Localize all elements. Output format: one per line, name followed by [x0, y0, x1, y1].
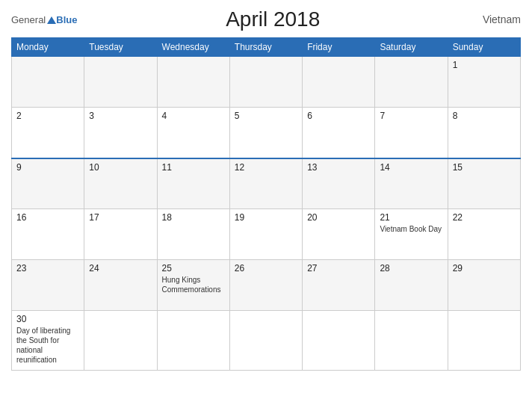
calendar-grid: Monday Tuesday Wednesday Thursday Friday…	[11, 37, 521, 371]
header-sunday: Sunday	[448, 38, 520, 57]
day-number: 24	[89, 263, 152, 274]
calendar-cell: 24	[84, 260, 157, 311]
calendar-cell: 27	[303, 260, 375, 311]
calendar-header: General Blue April 2018 Vietnam	[11, 7, 521, 31]
day-number: 1	[453, 60, 516, 70]
event-text: Vietnam Book Day	[380, 225, 442, 233]
calendar-cell: 19	[229, 209, 302, 260]
header-tuesday: Tuesday	[84, 38, 157, 57]
calendar-cell	[12, 57, 84, 108]
calendar-cell: 26	[229, 260, 302, 311]
calendar-row: 9101112131415	[12, 158, 521, 209]
logo-triangle-icon	[47, 16, 56, 24]
calendar-cell	[303, 57, 375, 108]
day-number: 25	[162, 263, 225, 274]
calendar-cell: 23	[12, 260, 84, 311]
calendar-title: April 2018	[77, 7, 468, 31]
header-friday: Friday	[303, 38, 375, 57]
logo-blue-text: Blue	[56, 15, 77, 25]
calendar-cell	[375, 311, 448, 371]
calendar-cell: 15	[448, 158, 520, 209]
day-number: 19	[235, 212, 297, 223]
day-number: 2	[16, 111, 79, 121]
calendar-cell: 10	[84, 158, 157, 209]
calendar-cell	[84, 311, 157, 371]
day-number: 7	[380, 111, 442, 121]
day-number: 18	[162, 212, 225, 223]
day-number: 23	[16, 263, 79, 274]
calendar-row: 2345678	[12, 108, 521, 158]
day-number: 8	[453, 111, 516, 121]
logo-general-text: General	[11, 15, 46, 25]
weekday-header-row: Monday Tuesday Wednesday Thursday Friday…	[12, 38, 521, 57]
calendar-cell: 18	[157, 209, 229, 260]
calendar-cell: 25Hung Kings Commemorations	[157, 260, 229, 311]
calendar-cell: 2	[12, 108, 84, 158]
event-text: Day of liberating the South for national…	[16, 327, 70, 364]
calendar-cell: 9	[12, 158, 84, 209]
calendar-cell	[157, 311, 229, 371]
calendar-cell: 20	[303, 209, 375, 260]
calendar-cell: 6	[303, 108, 375, 158]
calendar-row: 30Day of liberating the South for nation…	[12, 311, 521, 371]
header-wednesday: Wednesday	[157, 38, 229, 57]
day-number: 15	[453, 162, 516, 173]
day-number: 26	[235, 263, 297, 274]
header-thursday: Thursday	[229, 38, 302, 57]
calendar-cell: 29	[448, 260, 520, 311]
calendar-cell	[229, 57, 302, 108]
day-number: 28	[380, 263, 442, 274]
day-number: 14	[380, 162, 442, 173]
calendar-cell: 1	[448, 57, 520, 108]
calendar-cell	[229, 311, 302, 371]
country-name: Vietnam	[468, 13, 521, 25]
calendar-cell	[84, 57, 157, 108]
day-number: 4	[162, 111, 225, 121]
logo: General Blue	[11, 15, 77, 25]
day-number: 11	[162, 162, 225, 173]
day-number: 20	[307, 212, 370, 223]
day-number: 13	[307, 162, 370, 173]
calendar-cell: 16	[12, 209, 84, 260]
calendar-cell	[448, 311, 520, 371]
calendar-cell: 12	[229, 158, 302, 209]
day-number: 6	[307, 111, 370, 121]
calendar-cell	[303, 311, 375, 371]
day-number: 21	[380, 212, 442, 223]
calendar-row: 161718192021Vietnam Book Day22	[12, 209, 521, 260]
calendar-cell: 22	[448, 209, 520, 260]
day-number: 30	[16, 314, 79, 324]
day-number: 3	[89, 111, 152, 121]
day-number: 17	[89, 212, 152, 223]
day-number: 29	[453, 263, 516, 274]
calendar-cell: 17	[84, 209, 157, 260]
calendar-cell: 28	[375, 260, 448, 311]
calendar-cell	[375, 57, 448, 108]
calendar-cell: 21Vietnam Book Day	[375, 209, 448, 260]
day-number: 27	[307, 263, 370, 274]
calendar-cell	[157, 57, 229, 108]
day-number: 10	[89, 162, 152, 173]
calendar-cell: 4	[157, 108, 229, 158]
calendar-cell: 14	[375, 158, 448, 209]
day-number: 16	[16, 212, 79, 223]
header-monday: Monday	[12, 38, 84, 57]
calendar-cell: 11	[157, 158, 229, 209]
day-number: 22	[453, 212, 516, 223]
calendar-container: General Blue April 2018 Vietnam Monday T…	[0, 0, 532, 411]
day-number: 12	[235, 162, 297, 173]
calendar-cell: 13	[303, 158, 375, 209]
calendar-cell: 3	[84, 108, 157, 158]
day-number: 5	[235, 111, 297, 121]
header-saturday: Saturday	[375, 38, 448, 57]
calendar-cell: 7	[375, 108, 448, 158]
day-number: 9	[16, 162, 79, 173]
calendar-body: 123456789101112131415161718192021Vietnam…	[12, 57, 521, 371]
calendar-cell: 5	[229, 108, 302, 158]
calendar-cell: 30Day of liberating the South for nation…	[12, 311, 84, 371]
event-text: Hung Kings Commemorations	[162, 276, 221, 294]
calendar-row: 232425Hung Kings Commemorations26272829	[12, 260, 521, 311]
calendar-cell: 8	[448, 108, 520, 158]
calendar-row: 1	[12, 57, 521, 108]
